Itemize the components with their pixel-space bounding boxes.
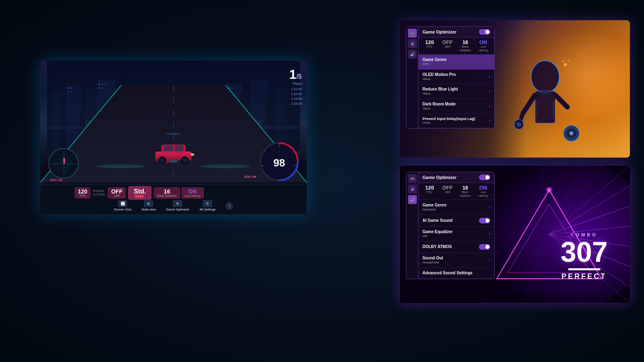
sound-menu-ai-sound[interactable]: AI Game Sound [418,215,494,227]
sound-sidebar-display[interactable]: 🖥 [408,185,417,194]
optimizer-toggle-top[interactable] [479,29,490,35]
svg-point-74 [562,61,564,62]
opt-fps-top: 120 FPS [422,40,437,52]
svg-point-51 [182,158,187,163]
mode-rec: RECC [134,195,146,198]
equalizer-label: Game Equalizer [422,229,453,234]
all-settings-btn[interactable]: ⚙ All Settings [199,200,215,211]
sound-ll-label: Low Latency [475,190,491,198]
sound-opt-bs: 16 Black Stabilizer [458,185,473,198]
menu-item-inputlag-label: Prevent Input Delay(Input Lag) [422,117,475,121]
menu-arrow-bluelight: › [489,89,490,93]
ll-stat: ON Low Latency [182,187,204,198]
opt-vrr-value-top: OFF [439,40,455,45]
toggle-knob-top [485,30,489,34]
sound-opt-main: Game Optimizer 120 FPS OFF VBR [418,172,495,279]
menu-item-bluelight-top[interactable]: Reduce Blue Light Value › [418,84,494,99]
place-total: 5 [298,73,302,80]
hud-actions-row: ⬜ Screen Size ⊞ Multi-view ⚙ Game Optimi… [40,200,307,212]
hud-bottom-bar: 120 FPS NVIDIAG-SYNC OFF VBR Std. RECC 1… [40,184,307,214]
optimizer-main-top: Game Optimizer 120 FPS OFF VBR [418,26,495,128]
place-number: 1/5 [289,68,302,81]
right-bottom-panel: COMBO 307 PERFECT 🎮 🖥 🔊 Game Optimizer [400,166,630,303]
svg-text:98: 98 [274,157,285,169]
menu-item-darkroom-top[interactable]: Dark Room Mode Value › [418,99,494,114]
optimizer-menu-top: Game Genre RPG › OLED Motion Pro Value › [418,55,494,128]
menu-item-inputlag-sub: Value [422,121,475,125]
menu-item-oled-label: OLED Motion Pro [422,72,456,77]
menu-item-bluelight-sub: Value [422,92,458,96]
dolby-knob [485,245,489,249]
game-optimizer-top: 🎮 🖥 🔊 Game Optimizer 120 FPS [406,26,495,128]
dolby-toggle[interactable] [479,244,490,250]
racing-background: ESC off 1/5 Place 1:21:321:22:321:24:591… [40,61,307,214]
screen-size-label: Screen Size [114,208,132,211]
opt-bs-top: 16 Black Stabilizer [458,40,473,52]
menu-item-oled-top[interactable]: OLED Motion Pro Value › [418,69,494,84]
opt-bs-value-top: 16 [458,40,473,45]
menu-item-inputlag-top[interactable]: Prevent Input Delay(Input Lag) Value › [418,114,494,128]
menu-item-genre-label: Game Genre [422,57,446,62]
sound-menu-equalizer[interactable]: Game Equalizer Off › [418,227,494,242]
opt-vrr-top: OFF VBR [439,40,455,52]
radar-display [48,148,79,179]
hud-stats-row: 120 FPS NVIDIAG-SYNC OFF VBR Std. RECC 1… [40,184,307,200]
ll-value: ON [185,189,201,194]
game-optimizer-btn[interactable]: ⚙ Game Optimizer [166,200,189,211]
menu-item-genre-top[interactable]: Game Genre RPG › [418,55,494,69]
vrr-value-hud: OFF [111,189,122,194]
multi-view-btn[interactable]: ⊞ Multi-view [142,200,156,211]
menu-arrow-inputlag: › [489,119,490,123]
svg-point-100 [548,188,551,192]
sound-optimizer-header: Game Optimizer [418,172,494,183]
soundout-arrow: › [489,258,490,262]
sound-optimizer-menu: Game Genre Standard › AI Game Sound [418,200,494,279]
menu-item-genre-sub: RPG [422,62,446,66]
mode-stat: Std. RECC [128,186,151,200]
sidebar-display-icon[interactable]: 🖥 [408,39,417,48]
sound-genre-arrow: › [489,205,490,209]
soundout-sub: Headphone [422,261,443,265]
multi-view-label: Multi-view [142,208,156,211]
optimizer-sidebar-top: 🎮 🖥 🔊 [406,26,418,128]
screen-size-btn[interactable]: ⬜ Screen Size [114,200,132,211]
place-value: 1 [289,67,297,82]
svg-point-40 [97,164,145,168]
g-sync-label: NVIDIAG-SYNC [92,189,106,196]
soundout-label: Sound Out [422,256,443,261]
place-display: 1/5 Place 1:21:321:22:321:24:591:23:10 [289,68,302,106]
sound-vrr-label: VBR [439,190,455,194]
sound-menu-advanced[interactable]: Advanced Sound Settings [418,268,494,279]
equalizer-sub: Off [422,234,453,238]
score-overlay: COMBO 307 PERFECT [560,232,608,281]
opt-ll-value-top: ON [475,40,491,45]
sidebar-sound-icon-top[interactable]: 🔊 [408,50,417,59]
ai-sound-toggle[interactable] [479,218,490,223]
sidebar-gamepad-icon[interactable]: 🎮 [408,29,417,38]
esc-label: ESC off [245,175,256,179]
menu-item-oled-sub: Value [422,77,456,81]
all-settings-label: All Settings [199,208,215,211]
sound-sidebar-sound[interactable]: 🔊 [408,195,417,204]
bs-label-hud: Black Stabilizer [157,194,177,197]
sound-menu-genre[interactable]: Game Genre Standard › [418,200,494,215]
mode-value: Std. [134,188,146,195]
radar-timer: ESC off [50,178,62,182]
sound-menu-soundout[interactable]: Sound Out Headphone › [418,253,494,268]
help-btn[interactable]: ? [226,202,233,210]
ll-label-hud: Low Latency [185,194,201,197]
optimizer-header-top: Game Optimizer [418,27,494,38]
racing-panel: ESC off 1/5 Place 1:21:321:22:321:24:591… [40,61,307,214]
sound-toggle-knob [485,175,489,179]
sound-sidebar-gamepad[interactable]: 🎮 [408,174,417,183]
svg-point-75 [567,59,570,62]
sound-menu-dolby[interactable]: DOLBY ATMOS [418,241,494,253]
menu-item-darkroom-sub: Value [422,107,456,111]
menu-item-darkroom-label: Dark Room Mode [422,102,456,107]
game-optimizer-label: Game Optimizer [166,208,189,211]
place-label: Place [289,82,302,86]
sound-optimizer-toggle[interactable] [479,175,490,180]
menu-arrow-darkroom: › [489,104,490,108]
fps-value: 120 [78,189,87,194]
opt-vrr-label-top: VBR [439,45,455,48]
